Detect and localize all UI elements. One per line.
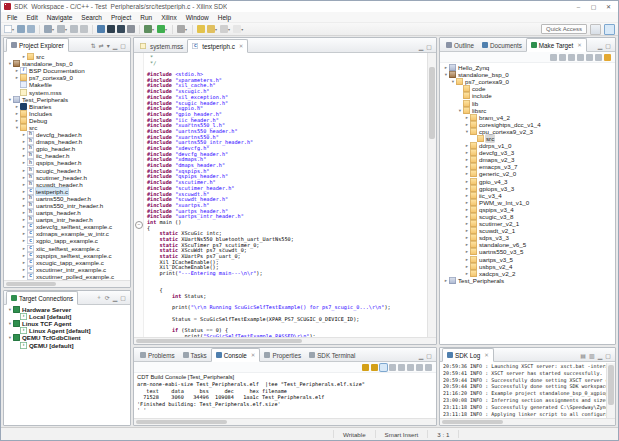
- tree-item[interactable]: ▸sdps_v3_3: [440, 234, 615, 241]
- tree-item[interactable]: ▾QEMU TcfGdbClient: [4, 334, 130, 341]
- tree-item[interactable]: ▸cxdevcfg_selftest_example.c: [4, 223, 130, 230]
- tree-item[interactable]: ▸cxqspips_selftest_example.c: [4, 252, 130, 259]
- link-with-editor-icon[interactable]: [595, 54, 602, 61]
- minimize-view-icon[interactable]: ▁: [113, 294, 118, 301]
- tree-item[interactable]: ▸gpiops_v3_3: [440, 185, 615, 192]
- new-launch-icon[interactable]: [57, 25, 65, 33]
- tree-item[interactable]: ▸hscutimer_header.h: [4, 174, 130, 181]
- tree-item[interactable]: ▸PWM_w_Int_v1_0: [440, 199, 615, 206]
- tree-item[interactable]: ▸generic_v2_0: [440, 170, 615, 177]
- run-dropdown-icon[interactable]: ▾: [165, 27, 167, 32]
- build-icon[interactable]: [44, 25, 52, 33]
- annotations-dropdown-icon[interactable]: ▾: [215, 27, 217, 32]
- print-icon[interactable]: [70, 25, 78, 33]
- tree-item[interactable]: ▾cpu_cortexa9_v2_3: [440, 128, 615, 135]
- delete-make-target-icon[interactable]: [568, 54, 575, 61]
- tree-item[interactable]: ▸qspips_v3_4: [440, 206, 615, 213]
- menu-edit[interactable]: Edit: [26, 14, 37, 21]
- tab-sdk-log[interactable]: SDK Log ✕: [442, 348, 494, 362]
- tree-item[interactable]: ▸hdevcfg_header.h: [4, 131, 130, 138]
- code-editor[interactable]: * */ #include <stdio.h>#include "xparame…: [144, 53, 427, 337]
- new-wizard-dropdown-icon[interactable]: ▾: [12, 27, 14, 32]
- search-icon[interactable]: [197, 25, 205, 33]
- menu-navigate[interactable]: Navigate: [47, 14, 73, 21]
- tree-item[interactable]: ▾standalone_bsp_0: [4, 60, 130, 67]
- screenshot-icon[interactable]: [127, 25, 135, 33]
- refresh-icon[interactable]: [577, 54, 584, 61]
- tab-outline[interactable]: Outline: [442, 39, 478, 51]
- tree-item[interactable]: system.mss: [4, 88, 130, 95]
- new-wizard-icon[interactable]: [4, 25, 12, 33]
- menu-run[interactable]: Run: [140, 14, 152, 21]
- word-wrap-icon[interactable]: [398, 364, 405, 371]
- minimize-view-icon[interactable]: ▁: [598, 42, 603, 49]
- tree-item[interactable]: ▸scugic_v3_8: [440, 213, 615, 220]
- edit-make-target-icon[interactable]: [559, 54, 566, 61]
- tab-tasks[interactable]: Tasks: [179, 349, 211, 361]
- view-menu-icon[interactable]: ▾: [107, 42, 110, 49]
- maximize-view-icon[interactable]: ▢: [120, 42, 126, 49]
- console-output[interactable]: arm-none-eabi-size Test_Peripherals.elf …: [134, 381, 436, 418]
- clear-log-icon[interactable]: ▤: [580, 352, 586, 359]
- tree-item[interactable]: ▾Test_Peripherals: [4, 96, 130, 103]
- close-button[interactable]: ✕: [601, 2, 616, 12]
- minimize-view-icon[interactable]: ▁: [598, 352, 603, 359]
- tree-item[interactable]: ▸hscuwdt_header.h: [4, 181, 130, 188]
- annotations-icon[interactable]: [207, 25, 215, 33]
- tab-problems[interactable]: Problems: [136, 349, 179, 361]
- sdk-log-output[interactable]: 20:59:36 INFO : Launching XSCT server: x…: [443, 363, 606, 418]
- tree-item[interactable]: ▸Hello_Zynq: [440, 64, 615, 71]
- minimize-view-icon[interactable]: ▁: [419, 43, 424, 50]
- tab-properties[interactable]: Properties: [260, 349, 305, 361]
- maximize-button[interactable]: ▢: [586, 2, 601, 12]
- tree-item[interactable]: code: [440, 85, 615, 92]
- scroll-lock-icon[interactable]: [389, 364, 396, 371]
- tree-item[interactable]: ▸emacps_v3_7: [440, 163, 615, 170]
- external-tools-dropdown-icon[interactable]: ▾: [185, 27, 187, 32]
- tree-item[interactable]: ▸bram_v4_2: [440, 114, 615, 121]
- back-icon[interactable]: [220, 25, 228, 33]
- tree-item[interactable]: ▸Debug: [4, 117, 130, 124]
- tree-item[interactable]: ▸hiic_header.h: [4, 152, 130, 159]
- tree-item[interactable]: ▸scuwdt_v2_1: [440, 227, 615, 234]
- tree-item[interactable]: ▸usbps_v2_4: [440, 263, 615, 270]
- tree-item[interactable]: ▸ps7_cortexa9_0: [4, 74, 130, 81]
- editor-tab-testperiph-c[interactable]: ctestperiph.c✕: [187, 39, 248, 53]
- maximize-view-icon[interactable]: ▢: [605, 352, 611, 359]
- external-tools-icon[interactable]: [177, 25, 185, 33]
- tree-item[interactable]: ▸hdmaps_header.h: [4, 138, 130, 145]
- tree-item[interactable]: ▸cxscutimer_intr_example.c: [4, 266, 130, 273]
- sdk-log-vscrollbar[interactable]: [606, 363, 615, 418]
- new-launch-dropdown-icon[interactable]: ▾: [65, 27, 67, 32]
- debug-icon[interactable]: [144, 25, 152, 33]
- tree-item[interactable]: ▾Hardware Server: [4, 306, 130, 313]
- tree-item[interactable]: ▸coresightps_dcc_v1_4: [440, 121, 615, 128]
- tree-item[interactable]: ▸scutimer_v2_1: [440, 220, 615, 227]
- save-icon[interactable]: [17, 25, 25, 33]
- display-selected-console-icon[interactable]: [416, 364, 423, 371]
- tree-item[interactable]: ▸Includes: [4, 110, 130, 117]
- program-fpga-icon[interactable]: [107, 25, 115, 33]
- close-tab-icon[interactable]: ✕: [239, 43, 244, 49]
- menu-help[interactable]: Help: [218, 14, 231, 21]
- tree-item[interactable]: src: [440, 135, 615, 142]
- tree-item[interactable]: ▸ddrps_v1_0: [440, 142, 615, 149]
- tab-target-connections[interactable]: Target Connections: [6, 291, 78, 305]
- forward-dropdown-icon[interactable]: ▾: [241, 27, 243, 32]
- tree-item[interactable]: ▾standalone_bsp_0: [440, 71, 615, 78]
- tree-item[interactable]: ›QEMU [default]: [4, 341, 130, 348]
- new-make-target-icon[interactable]: [550, 54, 557, 61]
- fold-marker-icon[interactable]: −: [135, 221, 143, 229]
- tree-item[interactable]: ▸src: [4, 53, 130, 60]
- tree-item[interactable]: ▾src: [4, 124, 130, 131]
- show-stdout-change-icon[interactable]: [362, 364, 369, 371]
- tree-item[interactable]: ▸huartns550_header.h: [4, 195, 130, 202]
- debug-dropdown-icon[interactable]: ▾: [152, 27, 154, 32]
- menu-file[interactable]: File: [7, 14, 17, 21]
- tree-item[interactable]: ▸hqspips_header.h: [4, 159, 130, 166]
- minimize-button[interactable]: –: [571, 2, 586, 12]
- tree-item[interactable]: include: [440, 92, 615, 99]
- cpp-perspective-icon[interactable]: [604, 24, 615, 35]
- tree-item[interactable]: ▾ps7_cortexa9_0: [440, 78, 615, 85]
- editor-hscrollbar[interactable]: [134, 337, 436, 344]
